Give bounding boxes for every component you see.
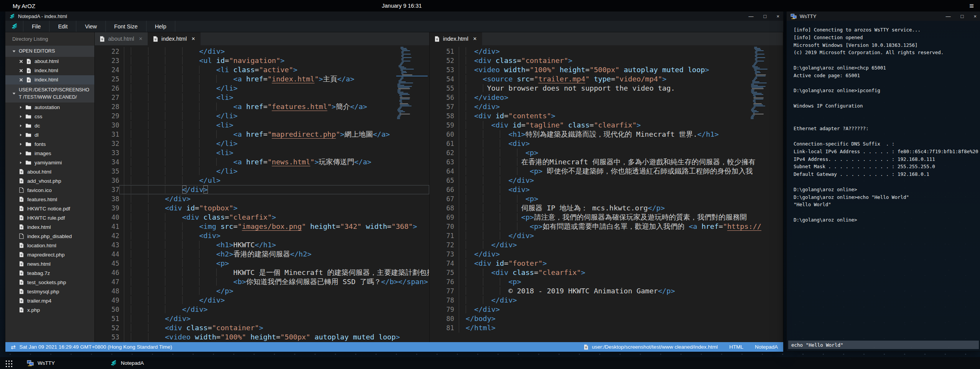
code-line[interactable]: 66 <div> [430,185,783,194]
menu-edit[interactable]: Edit [49,21,76,32]
code-line[interactable]: 65 </div> [430,176,783,185]
code-line[interactable]: 70 <p>如有問題或需要申請白名單，歡迎加入我們的 <a href="http… [430,222,783,231]
code-line[interactable]: 46 HKWTC 是一個 Minecraft 的建築伺服器，主要建築計劃包括鐵路 [95,268,429,277]
code-line[interactable]: 29 </li> [95,111,429,121]
code-line[interactable]: 53 <video width="100%" height="500px" au… [430,65,783,74]
folder-item[interactable]: autostation [5,103,94,112]
code-line[interactable]: 49 </div> [95,296,429,305]
code-line[interactable]: 51 </div> [430,47,783,56]
folder-item[interactable]: dl [5,130,94,139]
code-line[interactable]: 69 <p>請注意，我們的伺服器為確保玩家及遊玩時的質素，我們對的服務開 [430,213,783,222]
code-line[interactable]: 62 <p> [430,148,783,157]
open-editors-section[interactable]: OPEN EDITORS [5,46,94,57]
code-line[interactable]: 53 <video width="100%" height="500px" au… [95,333,429,342]
maximize-icon[interactable]: □ [961,14,964,19]
code-line[interactable]: 77 © 2018 - 2019 HKWTC Animation Gamer</… [430,286,783,296]
code-editor[interactable]: 22 </div>23 <ul id="navigation">24 <li c… [95,45,429,342]
terminal-body[interactable]: [info] Conencting to arozos WsTTY servic… [787,21,980,351]
code-line[interactable]: 38 </div> [95,194,429,204]
file-item[interactable]: teabag.7z [5,268,94,278]
code-line[interactable]: 68 伺服器 IP 地址為： mcs.hkwtc.org</p> [430,204,783,213]
code-line[interactable]: 64 <p> 即使你不是建築師，你也能透過紅石師或鐵路工程師的身份加入我 [430,167,783,176]
code-line[interactable]: 47 <b>你知道我們全線伺服器已轉用 SSD 了嗎？</b></span> [95,277,429,286]
code-line[interactable]: 48 </p> [95,286,429,296]
code-line[interactable]: 60 <h1>特別為建築及鐵路而設，現代化的 Minecraft 世界.</h1… [430,130,783,139]
file-item[interactable]: mapredirect.php [5,250,94,259]
code-line[interactable]: 61 <div> [430,139,783,148]
code-line[interactable]: 73 </div> [430,250,783,259]
folder-item[interactable]: fonts [5,139,94,149]
menu-view[interactable]: View [76,21,105,32]
code-line[interactable]: 30 <li> [95,121,429,130]
minimize-icon[interactable]: — [749,14,754,19]
editor-tab[interactable]: index.html✕ [430,32,482,45]
menu-file[interactable]: File [23,21,49,32]
code-line[interactable]: 50 </div> [95,305,429,314]
terminal-input[interactable]: echo "Hello World" [788,341,979,349]
code-line[interactable]: 79 </div> [430,305,783,314]
notepad-titlebar[interactable]: NotepadA - index.html — □ × [5,12,783,21]
code-line[interactable]: 41 <img src="images/box.png" height="342… [95,222,429,231]
code-line[interactable]: 81</html> [430,323,783,333]
folder-item[interactable]: dc [5,121,94,130]
minimap[interactable] [397,47,427,208]
code-line[interactable]: 59 <div id="tagline" class="clearfix"> [430,121,783,130]
taskbar-item-wstty[interactable]: WsTTY [21,357,61,369]
taskbar-item-notepada[interactable]: NotepadA [104,357,150,369]
menu-help[interactable]: Help [147,21,175,32]
code-line[interactable]: 43 <h1>HKWTC</h1> [95,240,429,250]
code-line[interactable]: 52 <div class="container"> [430,56,783,65]
file-item[interactable]: location.html [5,241,94,250]
editor-tab[interactable]: about.html✕ [95,32,148,45]
code-line[interactable]: 56 </video> [430,93,783,102]
close-icon[interactable]: ✕ [191,36,195,41]
folder-item[interactable]: css [5,112,94,121]
workspace-section[interactable]: USER:/DESKTOP/SCREENSHOT /TEST/WWW CLEAN… [5,84,94,103]
code-line[interactable]: 51 </div> [95,314,429,323]
code-line[interactable]: 55 Your browser does not support the vid… [430,84,783,93]
code-line[interactable]: 26 </li> [95,84,429,93]
file-item[interactable]: x.php [5,305,94,314]
code-line[interactable]: 35 </li> [95,167,429,176]
close-icon[interactable]: × [973,14,977,19]
code-line[interactable]: 39 <div id="topbox"> [95,204,429,213]
file-item[interactable]: favicon.ico [5,185,94,195]
code-line[interactable]: 71 </div> [430,231,783,240]
file-item[interactable]: index.php_disabled [5,232,94,241]
code-line[interactable]: 22 </div> [95,47,429,56]
file-item[interactable]: index.html [5,222,94,232]
open-editor-item[interactable]: index.html [5,75,94,84]
file-item[interactable]: test_sockets.php [5,278,94,287]
open-editor-item[interactable]: index.html [5,66,94,75]
code-line[interactable]: 32 </li> [95,139,429,148]
code-line[interactable]: 45 <p> [95,259,429,268]
code-line[interactable]: 34 <a href="news.html">玩家傳送門</a> [95,157,429,167]
file-item[interactable]: HKWTC rule.pdf [5,213,94,222]
code-line[interactable]: 54 <source src="trailer.mp4" type="video… [430,74,783,84]
code-line[interactable]: 37 </div> [95,185,429,194]
editor-tab[interactable]: index.html✕ [148,32,201,45]
code-line[interactable]: 40 <div class="clearfix"> [95,213,429,222]
file-item[interactable]: features.html [5,195,94,204]
code-line[interactable]: 42 <div> [95,231,429,240]
file-item[interactable]: news.html [5,259,94,268]
minimize-icon[interactable]: — [946,14,951,19]
code-line[interactable]: 52 <div class="container"> [95,323,429,333]
code-line[interactable]: 24 <li class="active"> [95,65,429,74]
open-editor-item[interactable]: about.html [5,57,94,66]
code-line[interactable]: 76 <p> [430,277,783,286]
code-line[interactable]: 72 </div> [430,240,783,250]
code-line[interactable]: 58 <div id="contents"> [430,111,783,121]
code-line[interactable]: 63 在香港的Minecraft 伺服器中，多為小遊戲和純生存的伺服器，較少擁有 [430,157,783,167]
file-item[interactable]: about.html [5,167,94,176]
minimap[interactable] [751,47,781,208]
code-line[interactable]: 27 <li> [95,93,429,102]
code-line[interactable]: 75 <div class="clearfix"> [430,268,783,277]
close-icon[interactable]: ✕ [473,36,477,41]
maximize-icon[interactable]: □ [764,14,767,19]
code-line[interactable]: 67 <p> [430,194,783,204]
file-item[interactable]: trailer.mp4 [5,296,94,305]
statusbar-language[interactable]: HTML [729,344,743,350]
file-item[interactable]: testmysql.php [5,287,94,296]
code-line[interactable]: 31 <a href="mapredirect.php">網上地圖</a> [95,130,429,139]
